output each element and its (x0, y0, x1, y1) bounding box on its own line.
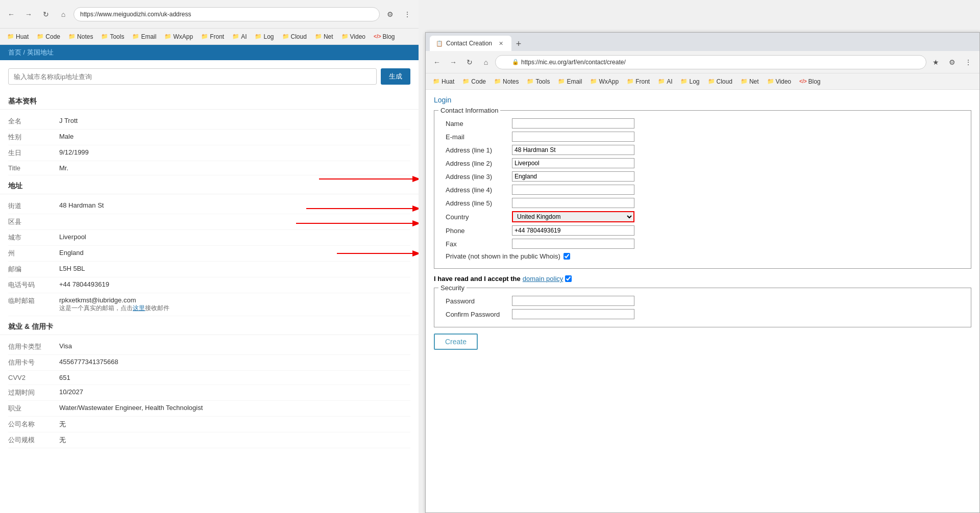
bm-fg-tools[interactable]: 📁Tools (524, 77, 553, 86)
info-row-phone: 电话号码 +44 7804493619 (8, 277, 410, 293)
bm-fg-code[interactable]: 📁Code (459, 77, 489, 86)
form-row-password: Password (443, 294, 963, 307)
page-content-bg: 首页 / 英国地址 生成 基本资料 全名 J Trott 性别 Male 生日 … (0, 45, 419, 513)
form-row-addr4: Address (line 4) (443, 183, 963, 196)
bm-video[interactable]: 📁Video (338, 32, 369, 41)
generate-button[interactable]: 生成 (381, 68, 410, 85)
address-bar-fg[interactable]: 🔒 https://nic.eu.org/arf/en/contact/crea… (495, 55, 926, 69)
bm-fg-blog[interactable]: </>Blog (796, 77, 824, 86)
input-password[interactable] (512, 296, 634, 306)
form-row-fax: Fax (443, 237, 963, 250)
bookmarks-button-fg[interactable]: ★ (928, 55, 943, 69)
info-row-state: 州 England (8, 246, 410, 262)
job-info-table: 信用卡类型 Visa 信用卡号 4556777341375668 CVV2 65… (0, 337, 419, 450)
home-button-fg[interactable]: ⌂ (479, 55, 493, 69)
forward-button-bg[interactable]: → (21, 7, 36, 21)
input-fax[interactable] (512, 239, 634, 249)
login-link[interactable]: Login (434, 96, 971, 104)
input-addr4[interactable] (512, 185, 634, 195)
breadcrumb-bg: 首页 / 英国地址 (8, 48, 54, 56)
contact-form-table: Name E-mail Address (line 1) Address (li… (443, 117, 963, 262)
label-country: Country (443, 210, 509, 224)
here-link[interactable]: 这里 (133, 304, 145, 312)
accept-checkbox[interactable] (565, 275, 572, 282)
label-addr3: Address (line 3) (443, 170, 509, 183)
info-row-email: 临时邮箱 rpkxetkmst@iubridge.com 这是一个真实的邮箱，点… (8, 293, 410, 316)
tab-contact-creation[interactable]: 📋 Contact Creation ✕ (430, 36, 511, 51)
info-row-expiry: 过期时间 10/2027 (8, 385, 410, 401)
form-row-phone: Phone (443, 224, 963, 237)
reload-button-bg[interactable]: ↻ (39, 7, 53, 21)
bm-fg-net[interactable]: 📁Net (738, 77, 762, 86)
back-button-bg[interactable]: ← (4, 7, 18, 21)
address-bar-bg[interactable]: https://www.meiguodizhi.com/uk-address (74, 7, 380, 21)
bm-ai[interactable]: 📁AI (229, 32, 250, 41)
domain-policy-link[interactable]: domain policy (523, 275, 564, 283)
browser-background: ← → ↻ ⌂ https://www.meiguodizhi.com/uk-a… (0, 0, 419, 513)
browser-foreground: 📋 Contact Creation ✕ + ← → ↻ ⌂ 🔒 https:/… (425, 32, 980, 513)
bm-huat[interactable]: 📁Huat (4, 32, 32, 41)
home-button-bg[interactable]: ⌂ (56, 7, 70, 21)
contact-info-title: Contact Information (438, 107, 500, 114)
info-row-occupation: 职业 Water/Wastewater Engineer, Health Tec… (8, 401, 410, 417)
bm-cloud[interactable]: 📁Cloud (279, 32, 310, 41)
page-content-fg: Login Contact Information Name E-mail Ad… (426, 90, 979, 356)
address-info-table: 街道 48 Hardman St 区县 城市 Liverpool 州 Engla… (0, 196, 419, 318)
bm-email[interactable]: 📁Email (129, 32, 159, 41)
bm-wxapp[interactable]: 📁WxApp (161, 32, 196, 41)
bm-log[interactable]: 📁Log (252, 32, 277, 41)
label-name: Name (443, 117, 509, 130)
lock-icon: 🔒 (512, 59, 519, 65)
search-input-bg[interactable] (8, 68, 377, 85)
security-box: Security Password Confirm Password (434, 288, 971, 327)
label-addr1: Address (line 1) (443, 143, 509, 157)
tab-close-button[interactable]: ✕ (496, 39, 505, 48)
bm-fg-video[interactable]: 📁Video (764, 77, 794, 86)
info-row-company: 公司名称 无 (8, 417, 410, 432)
info-row-card-type: 信用卡类型 Visa (8, 339, 410, 355)
menu-button-fg[interactable]: ⋮ (961, 55, 975, 69)
input-addr5[interactable] (512, 198, 634, 208)
bm-fg-email[interactable]: 📁Email (555, 77, 585, 86)
bm-fg-wxapp[interactable]: 📁WxApp (587, 77, 622, 86)
bm-fg-cloud[interactable]: 📁Cloud (705, 77, 736, 86)
reload-button-fg[interactable]: ↻ (462, 55, 477, 69)
bm-blog[interactable]: </>Blog (371, 32, 398, 41)
info-row-city: 城市 Liverpool (8, 230, 410, 246)
input-email[interactable] (512, 132, 634, 142)
input-addr3[interactable] (512, 171, 634, 182)
create-button[interactable]: Create (434, 334, 478, 350)
forward-button-fg[interactable]: → (446, 55, 460, 69)
info-row-title: Title Mr. (8, 161, 410, 175)
input-phone[interactable] (512, 225, 634, 236)
page-header-bg: 首页 / 英国地址 (0, 45, 419, 60)
bm-net[interactable]: 📁Net (312, 32, 336, 41)
new-tab-button[interactable]: + (511, 37, 526, 51)
info-row-company-size: 公司规模 无 (8, 432, 410, 448)
toolbar-bg: ← → ↻ ⌂ https://www.meiguodizhi.com/uk-a… (0, 0, 419, 29)
label-confirm-password: Confirm Password (443, 307, 509, 321)
bm-fg-notes[interactable]: 📁Notes (491, 77, 522, 86)
input-name[interactable] (512, 118, 634, 129)
extensions-button-fg[interactable]: ⚙ (945, 55, 959, 69)
bm-front[interactable]: 📁Front (198, 32, 227, 41)
private-checkbox[interactable] (564, 253, 570, 260)
form-row-confirm-password: Confirm Password (443, 307, 963, 321)
input-addr1[interactable] (512, 145, 634, 155)
bookmarks-bar-fg: 📁Huat 📁Code 📁Notes 📁Tools 📁Email 📁WxApp … (426, 73, 979, 90)
input-confirm-password[interactable] (512, 309, 634, 319)
form-row-country: Country United Kingdom United States Fra… (443, 210, 963, 224)
bm-code[interactable]: 📁Code (34, 32, 63, 41)
bm-notes[interactable]: 📁Notes (65, 32, 96, 41)
bm-fg-huat[interactable]: 📁Huat (430, 77, 457, 86)
menu-button-bg[interactable]: ⋮ (400, 7, 414, 21)
input-addr2[interactable] (512, 158, 634, 168)
back-button-fg[interactable]: ← (430, 55, 444, 69)
bm-fg-log[interactable]: 📁Log (677, 77, 702, 86)
country-select[interactable]: United Kingdom United States France Germ… (512, 211, 634, 222)
extensions-button-bg[interactable]: ⚙ (383, 7, 397, 21)
bm-tools[interactable]: 📁Tools (98, 32, 127, 41)
bm-fg-ai[interactable]: 📁AI (655, 77, 675, 86)
contact-info-box: Contact Information Name E-mail Address … (434, 110, 971, 269)
bm-fg-front[interactable]: 📁Front (624, 77, 653, 86)
